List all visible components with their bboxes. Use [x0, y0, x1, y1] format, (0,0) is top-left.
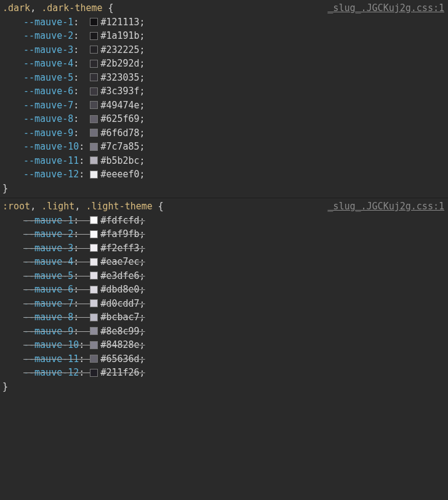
property-name[interactable]: --mauve-11 [23, 154, 79, 168]
declaration[interactable]: --mauve-1: #121113; [23, 15, 448, 30]
property-value[interactable]: #faf9fb [100, 227, 139, 241]
color-swatch[interactable] [90, 230, 98, 238]
declaration[interactable]: --mauve-4: #2b292d; [23, 57, 448, 71]
declaration[interactable]: --mauve-3: #f2eff3; [23, 241, 448, 256]
declaration[interactable]: --mauve-4: #eae7ec; [23, 255, 448, 269]
declaration[interactable]: --mauve-5: #323035; [23, 71, 448, 85]
declaration[interactable]: --mauve-2: #1a191b; [23, 29, 448, 43]
property-name[interactable]: --mauve-5 [23, 269, 73, 283]
property-value[interactable]: #84828e [100, 338, 139, 352]
color-swatch[interactable] [90, 156, 98, 164]
color-swatch[interactable] [90, 369, 98, 377]
color-swatch[interactable] [90, 171, 98, 179]
property-name[interactable]: --mauve-12 [23, 167, 79, 182]
property-name[interactable]: --mauve-4 [23, 255, 73, 269]
property-value[interactable]: #6f6d78 [100, 126, 139, 140]
property-value[interactable]: #bcbac7 [100, 310, 139, 325]
property-value[interactable]: #eae7ec [100, 255, 139, 269]
property-value[interactable]: #121113 [100, 15, 139, 30]
property-value[interactable]: #625f69 [100, 112, 139, 126]
property-value[interactable]: #8e8c99 [100, 325, 139, 339]
property-value[interactable]: #b5b2bc [100, 154, 139, 168]
property-value[interactable]: #fdfcfd [100, 214, 139, 228]
property-name[interactable]: --mauve-5 [23, 71, 73, 85]
declaration[interactable]: --mauve-11: #b5b2bc; [23, 154, 448, 168]
property-name[interactable]: --mauve-3 [23, 241, 73, 256]
color-swatch[interactable] [90, 355, 98, 363]
property-name[interactable]: --mauve-3 [23, 43, 73, 57]
property-name[interactable]: --mauve-9 [23, 325, 73, 339]
color-swatch[interactable] [90, 244, 98, 252]
property-name[interactable]: --mauve-8 [23, 310, 73, 325]
property-name[interactable]: --mauve-11 [23, 352, 79, 366]
color-swatch[interactable] [90, 272, 98, 280]
property-name[interactable]: --mauve-6 [23, 283, 73, 297]
declaration[interactable]: --mauve-8: #625f69; [23, 112, 448, 126]
declaration[interactable]: --mauve-10: #7c7a85; [23, 140, 448, 154]
property-value[interactable]: #7c7a85 [100, 140, 139, 154]
color-swatch[interactable] [90, 46, 98, 54]
declaration[interactable]: --mauve-9: #6f6d78; [23, 126, 448, 140]
declaration[interactable]: --mauve-10: #84828e; [23, 338, 448, 352]
property-value[interactable]: #232225 [100, 43, 139, 57]
property-value[interactable]: #49474e [100, 99, 139, 113]
color-swatch[interactable] [90, 327, 98, 335]
color-swatch[interactable] [90, 73, 98, 81]
property-value[interactable]: #dbd8e0 [100, 283, 139, 297]
property-value[interactable]: #3c393f [100, 84, 139, 99]
source-link[interactable]: _slug_.JGCKuj2g.css:1 [327, 200, 444, 214]
color-swatch[interactable] [90, 143, 98, 151]
property-value[interactable]: #211f26 [100, 366, 139, 380]
property-name[interactable]: --mauve-8 [23, 112, 73, 126]
color-swatch[interactable] [90, 18, 98, 26]
declaration[interactable]: --mauve-1: #fdfcfd; [23, 214, 448, 228]
declaration[interactable]: --mauve-8: #bcbac7; [23, 310, 448, 325]
selector[interactable]: .dark, .dark-theme { [2, 1, 114, 15]
color-swatch[interactable] [90, 101, 98, 109]
property-name[interactable]: --mauve-1 [23, 15, 73, 30]
declaration[interactable]: --mauve-3: #232225; [23, 43, 448, 57]
property-value[interactable]: #eeeef0 [100, 167, 139, 182]
color-swatch[interactable] [90, 87, 98, 95]
color-swatch[interactable] [90, 60, 98, 68]
property-value[interactable]: #f2eff3 [100, 241, 139, 256]
color-swatch[interactable] [90, 32, 98, 40]
property-name[interactable]: --mauve-4 [23, 57, 73, 71]
property-value[interactable]: #1a191b [100, 29, 139, 43]
color-swatch[interactable] [90, 341, 98, 349]
declaration[interactable]: --mauve-5: #e3dfe6; [23, 269, 448, 283]
property-name[interactable]: --mauve-6 [23, 84, 73, 99]
declaration[interactable]: --mauve-6: #3c393f; [23, 84, 448, 99]
property-name[interactable]: --mauve-10 [23, 140, 79, 154]
property-name[interactable]: --mauve-7 [23, 99, 73, 113]
source-link[interactable]: _slug_.JGCKuj2g.css:1 [327, 1, 444, 15]
property-name[interactable]: --mauve-9 [23, 126, 73, 140]
declaration[interactable]: --mauve-12: #eeeef0; [23, 167, 448, 182]
property-value[interactable]: #65636d [100, 352, 139, 366]
declaration[interactable]: --mauve-6: #dbd8e0; [23, 283, 448, 297]
property-value[interactable]: #323035 [100, 71, 139, 85]
property-name[interactable]: --mauve-7 [23, 297, 73, 311]
color-swatch[interactable] [90, 299, 98, 307]
property-name[interactable]: --mauve-1 [23, 214, 73, 228]
selector[interactable]: :root, .light, .light-theme { [2, 200, 164, 214]
property-name[interactable]: --mauve-12 [23, 366, 79, 380]
color-swatch[interactable] [90, 216, 98, 224]
property-value[interactable]: #2b292d [100, 57, 139, 71]
declaration[interactable]: --mauve-11: #65636d; [23, 352, 448, 366]
color-swatch[interactable] [90, 115, 98, 123]
declaration[interactable]: --mauve-12: #211f26; [23, 366, 448, 380]
color-swatch[interactable] [90, 313, 98, 321]
property-value[interactable]: #e3dfe6 [100, 269, 139, 283]
property-value[interactable]: #d0cdd7 [100, 297, 139, 311]
declaration[interactable]: --mauve-7: #49474e; [23, 99, 448, 113]
property-name[interactable]: --mauve-2 [23, 227, 73, 241]
property-name[interactable]: --mauve-2 [23, 29, 73, 43]
color-swatch[interactable] [90, 286, 98, 294]
declaration[interactable]: --mauve-9: #8e8c99; [23, 325, 448, 339]
color-swatch[interactable] [90, 258, 98, 266]
property-name[interactable]: --mauve-10 [23, 338, 79, 352]
color-swatch[interactable] [90, 129, 98, 137]
declaration[interactable]: --mauve-2: #faf9fb; [23, 227, 448, 241]
declaration[interactable]: --mauve-7: #d0cdd7; [23, 297, 448, 311]
